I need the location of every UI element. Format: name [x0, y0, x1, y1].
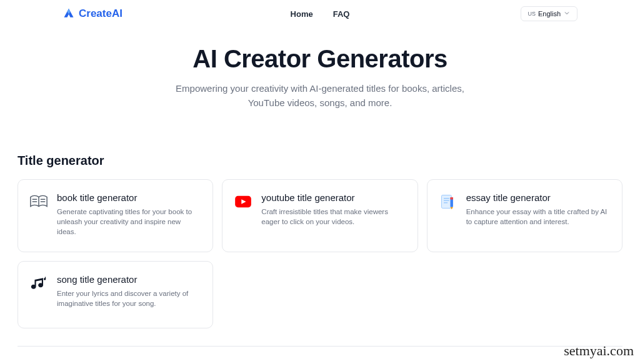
card-title: song title generator: [57, 274, 201, 285]
card-essay-title-generator[interactable]: essay title generator Enhance your essay…: [427, 179, 622, 252]
site-header: CreateAI Home FAQ US English: [0, 0, 640, 27]
nav-link-home[interactable]: Home: [291, 9, 313, 19]
logo-text: CreateAI: [79, 7, 122, 20]
card-book-title-generator[interactable]: book title generator Generate captivatin…: [18, 179, 213, 252]
nav-link-faq[interactable]: FAQ: [333, 9, 350, 19]
hero-section: AI Creator Generators Empowering your cr…: [0, 27, 640, 110]
card-desc: Generate captivating titles for your boo…: [57, 207, 201, 237]
main-nav: Home FAQ: [291, 9, 350, 19]
logo-icon: [62, 7, 75, 20]
card-song-title-generator[interactable]: song title generator Enter your lyrics a…: [18, 261, 213, 328]
card-desc: Craft irresistible titles that make view…: [261, 207, 406, 227]
card-body: youtube title generator Craft irresistib…: [261, 192, 406, 237]
chevron-down-icon: [563, 9, 571, 18]
youtube-icon: [234, 192, 252, 211]
card-body: essay title generator Enhance your essay…: [466, 192, 611, 237]
card-title: youtube title generator: [261, 192, 406, 203]
main-content: Title generator book title generator Gen…: [0, 110, 640, 347]
svg-rect-11: [450, 197, 452, 200]
music-note-icon: [29, 274, 48, 293]
lang-code: US: [528, 11, 536, 17]
card-youtube-title-generator[interactable]: youtube title generator Craft irresistib…: [222, 179, 418, 252]
section-title: Title generator: [18, 154, 622, 168]
generator-card-grid: book title generator Generate captivatin…: [18, 179, 622, 328]
lang-name: English: [538, 10, 561, 17]
section-divider: [18, 346, 622, 347]
page-title: AI Creator Generators: [12, 45, 628, 73]
page-subtitle: Empowering your creativity with AI-gener…: [158, 82, 482, 110]
card-desc: Enhance your essay with a title crafted …: [466, 207, 611, 227]
card-title: essay title generator: [466, 192, 611, 203]
svg-rect-6: [441, 195, 451, 209]
card-desc: Enter your lyrics and discover a variety…: [57, 288, 201, 308]
card-title: book title generator: [57, 192, 201, 203]
card-body: book title generator Generate captivatin…: [57, 192, 201, 237]
book-icon: [29, 192, 48, 211]
document-edit-icon: [439, 192, 458, 211]
language-selector[interactable]: US English: [521, 6, 578, 21]
logo[interactable]: CreateAI: [62, 7, 122, 20]
watermark: setmyai.com: [564, 343, 634, 359]
card-body: song title generator Enter your lyrics a…: [57, 274, 201, 313]
